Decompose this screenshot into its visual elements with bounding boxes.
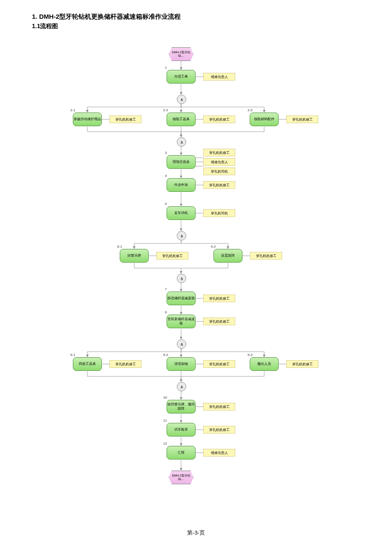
role-3c: 穿孔机司机 (203, 168, 235, 175)
start-terminal: DMH-2型牙轮钻… (169, 47, 193, 61)
role-6-1: 穿孔机机修工 (156, 252, 188, 260)
flowchart-canvas: DMH-2型牙轮钻… 1 办理工单 维修负责人 ∧ 2-1 穿戴劳动保护用品 穿… (28, 39, 352, 508)
page-footer: 第-3-页 (0, 520, 392, 545)
process-9-3: 撤出人员 (250, 357, 279, 371)
heading-1: 1. DMH-2型牙轮钻机更换储杆器减速箱标准作业流程 (32, 13, 366, 21)
process-11: 试车检查 (167, 423, 196, 436)
role-1: 维修负责人 (203, 73, 235, 81)
gateway-split-6: ∧ (177, 231, 186, 240)
heading-2: 1.1流程图 (32, 23, 366, 30)
process-6-1: 挂警示牌 (120, 249, 149, 263)
role-7: 穿孔机机修工 (203, 295, 235, 302)
gateway-merge-6: ∧ (177, 274, 186, 283)
step-num-9-2: 9-2 (163, 353, 168, 357)
step-num-2-3: 2-3 (248, 108, 253, 112)
role-4: 穿孔机机修工 (203, 181, 235, 189)
process-2-2: 领取工器具 (167, 113, 196, 126)
role-10: 穿孔机机修工 (203, 403, 235, 410)
step-num-8: 8 (165, 310, 167, 314)
step-num-5: 5 (165, 202, 167, 206)
process-10: 收回警示牌、撤回路障 (167, 400, 196, 413)
role-3b: 维修负责人 (203, 158, 235, 166)
process-1: 办理工单 (167, 70, 196, 84)
process-4: 作业申请 (167, 178, 196, 192)
role-5: 穿孔机司机 (203, 209, 235, 217)
step-num-6-1: 6-1 (117, 245, 122, 249)
gateway-split-9: ∧ (177, 339, 186, 349)
end-terminal: DMH-2型牙轮钻… (169, 471, 193, 484)
step-num-10: 10 (163, 396, 167, 399)
process-9-1: 回收工器具 (73, 357, 102, 371)
gateway-split-2: ∧ (177, 95, 186, 104)
role-2-3: 穿孔机机修工 (286, 116, 318, 123)
step-num-6-2: 6-2 (211, 245, 216, 249)
step-num-3: 3 (165, 151, 167, 155)
step-num-9-1: 9-1 (70, 353, 75, 357)
process-9-2: 清理杂物 (167, 357, 196, 371)
step-num-9-3: 9-3 (248, 353, 253, 357)
process-3: 现场交底会 (167, 155, 196, 169)
role-9-2: 穿孔机机修工 (203, 360, 235, 368)
gateway-merge-2: ∧ (177, 137, 186, 147)
process-2-1: 穿戴劳动保护用品 (73, 113, 102, 126)
process-6-2: 设置路障 (213, 249, 242, 263)
role-6-2: 穿孔机机修工 (250, 252, 282, 260)
process-12: 汇报 (167, 446, 196, 460)
role-8: 穿孔机机修工 (203, 318, 235, 325)
role-9-3: 穿孔机机修工 (286, 360, 318, 368)
step-num-2-1: 2-1 (70, 108, 75, 112)
process-5: 走车停机 (167, 206, 196, 220)
connectors (28, 39, 352, 508)
process-2-3: 领取材料配件 (250, 113, 279, 126)
process-7: 拆旧储杆器减速箱 (167, 292, 196, 305)
role-9-1: 穿孔机机修工 (110, 360, 141, 368)
role-2-1: 穿孔机机修工 (110, 116, 141, 123)
step-num-2-2: 2-2 (163, 108, 168, 112)
step-num-11: 11 (163, 419, 167, 422)
process-8: 安装新储杆器减速箱 (167, 315, 196, 328)
step-num-7: 7 (165, 287, 167, 291)
role-2-2: 穿孔机机修工 (203, 116, 235, 123)
role-11: 穿孔机机修工 (203, 426, 235, 434)
gateway-merge-9: ∧ (177, 382, 186, 391)
role-12: 维修负责人 (203, 449, 235, 457)
role-3a: 穿孔机机修工 (203, 149, 235, 156)
step-num-1: 1 (165, 66, 167, 69)
step-num-4: 4 (165, 174, 167, 178)
step-num-12: 12 (163, 442, 167, 445)
